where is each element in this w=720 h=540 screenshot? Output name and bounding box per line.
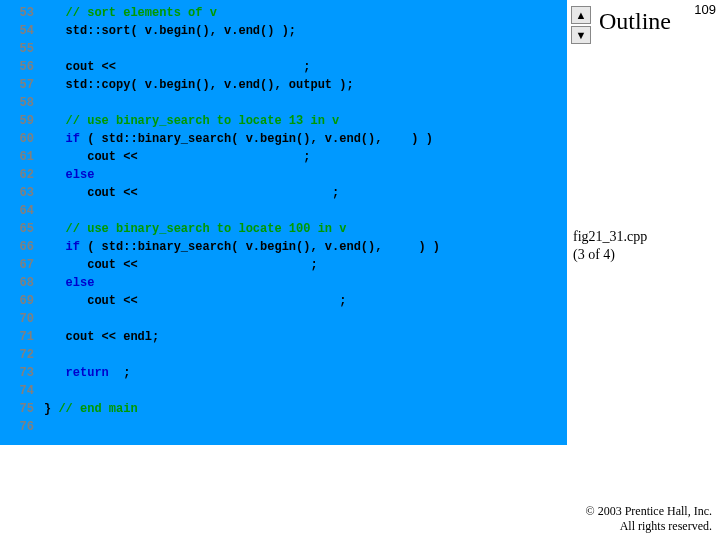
code-line: 56 cout << ; <box>0 58 567 76</box>
code-line: 64 <box>0 202 567 220</box>
figure-label: fig21_31.cpp (3 of 4) <box>573 228 647 264</box>
code-content: if ( std::binary_search( v.begin(), v.en… <box>34 238 440 256</box>
code-area: 53 // sort elements of v54 std::sort( v.… <box>0 0 567 445</box>
line-number: 66 <box>0 238 34 256</box>
code-content <box>34 346 44 364</box>
line-number: 57 <box>0 76 34 94</box>
code-content <box>34 202 44 220</box>
line-number: 58 <box>0 94 34 112</box>
code-line: 66 if ( std::binary_search( v.begin(), v… <box>0 238 567 256</box>
down-arrow-button[interactable]: ▼ <box>571 26 591 44</box>
code-content: cout << endl; <box>34 328 159 346</box>
copyright-notice: © 2003 Prentice Hall, Inc. All rights re… <box>586 504 712 534</box>
line-number: 54 <box>0 22 34 40</box>
code-line: 62 else <box>0 166 567 184</box>
line-number: 55 <box>0 40 34 58</box>
outline-title: Outline <box>599 8 671 35</box>
code-line: 63 cout << ; <box>0 184 567 202</box>
code-content: cout << ; <box>34 292 346 310</box>
copyright-line1: © 2003 Prentice Hall, Inc. <box>586 504 712 519</box>
right-column: ▲ ▼ Outline 109 fig21_31.cpp (3 of 4) <box>567 0 720 540</box>
code-content: return ; <box>34 364 130 382</box>
line-number: 72 <box>0 346 34 364</box>
code-content: std::sort( v.begin(), v.end() ); <box>34 22 296 40</box>
code-line: 72 <box>0 346 567 364</box>
code-line: 69 cout << ; <box>0 292 567 310</box>
line-number: 62 <box>0 166 34 184</box>
line-number: 68 <box>0 274 34 292</box>
code-content <box>34 382 44 400</box>
code-content: cout << ; <box>34 184 339 202</box>
code-content: cout << ; <box>34 256 318 274</box>
line-number: 70 <box>0 310 34 328</box>
up-arrow-button[interactable]: ▲ <box>571 6 591 24</box>
code-content <box>34 40 44 58</box>
code-content: else <box>34 166 94 184</box>
code-line: 58 <box>0 94 567 112</box>
code-line: 70 <box>0 310 567 328</box>
code-content <box>34 418 44 436</box>
code-line: 73 return ; <box>0 364 567 382</box>
code-content: if ( std::binary_search( v.begin(), v.en… <box>34 130 433 148</box>
copyright-line2: All rights reserved. <box>586 519 712 534</box>
code-content: // use binary_search to locate 13 in v <box>34 112 339 130</box>
code-line: 75} // end main <box>0 400 567 418</box>
code-line: 57 std::copy( v.begin(), v.end(), output… <box>0 76 567 94</box>
line-number: 69 <box>0 292 34 310</box>
line-number: 61 <box>0 148 34 166</box>
code-content: // sort elements of v <box>34 4 217 22</box>
code-line: 67 cout << ; <box>0 256 567 274</box>
code-line: 60 if ( std::binary_search( v.begin(), v… <box>0 130 567 148</box>
code-content: else <box>34 274 94 292</box>
line-number: 71 <box>0 328 34 346</box>
code-content: } // end main <box>34 400 138 418</box>
code-line: 68 else <box>0 274 567 292</box>
code-content: cout << ; <box>34 148 310 166</box>
line-number: 59 <box>0 112 34 130</box>
line-number: 74 <box>0 382 34 400</box>
line-number: 67 <box>0 256 34 274</box>
line-number: 60 <box>0 130 34 148</box>
code-content <box>34 310 44 328</box>
code-content: // use binary_search to locate 100 in v <box>34 220 346 238</box>
code-content: std::copy( v.begin(), v.end(), output ); <box>34 76 354 94</box>
code-content <box>34 94 44 112</box>
code-line: 53 // sort elements of v <box>0 4 567 22</box>
code-line: 55 <box>0 40 567 58</box>
line-number: 53 <box>0 4 34 22</box>
code-line: 76 <box>0 418 567 436</box>
page-number: 109 <box>694 2 716 17</box>
code-line: 61 cout << ; <box>0 148 567 166</box>
figure-part: (3 of 4) <box>573 246 647 264</box>
code-line: 65 // use binary_search to locate 100 in… <box>0 220 567 238</box>
line-number: 63 <box>0 184 34 202</box>
line-number: 76 <box>0 418 34 436</box>
figure-filename: fig21_31.cpp <box>573 228 647 246</box>
line-number: 75 <box>0 400 34 418</box>
code-line: 54 std::sort( v.begin(), v.end() ); <box>0 22 567 40</box>
code-line: 74 <box>0 382 567 400</box>
line-number: 56 <box>0 58 34 76</box>
line-number: 64 <box>0 202 34 220</box>
code-line: 59 // use binary_search to locate 13 in … <box>0 112 567 130</box>
code-content: cout << ; <box>34 58 310 76</box>
code-line: 71 cout << endl; <box>0 328 567 346</box>
line-number: 65 <box>0 220 34 238</box>
line-number: 73 <box>0 364 34 382</box>
